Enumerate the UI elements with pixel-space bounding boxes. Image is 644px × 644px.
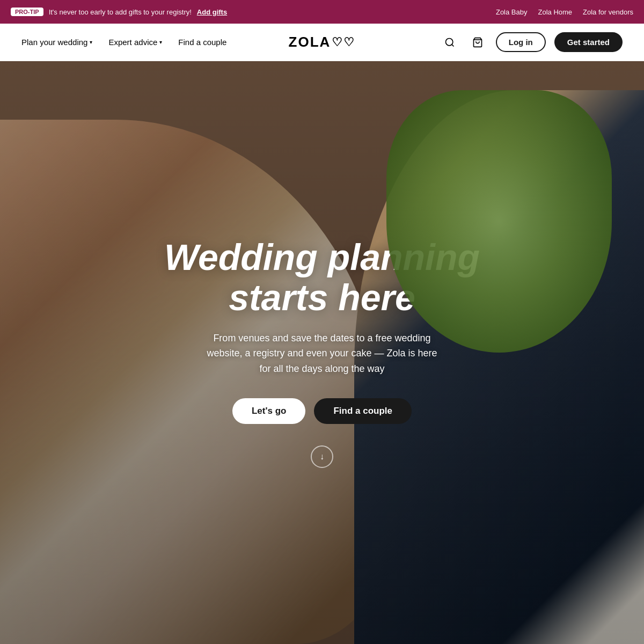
search-button[interactable] [440, 33, 459, 52]
arrow-down-icon: ↓ [320, 452, 324, 462]
zola-home-link[interactable]: Zola Home [538, 8, 572, 16]
svg-point-0 [445, 38, 452, 45]
logo-hearts: ♡♡ [332, 35, 355, 49]
get-started-button[interactable]: Get started [554, 32, 623, 52]
zola-vendors-link[interactable]: Zola for vendors [583, 8, 633, 16]
cart-button[interactable] [468, 33, 487, 52]
chevron-down-icon: ▾ [159, 39, 162, 45]
nav-right: Log in Get started [322, 32, 623, 52]
nav-find-couple[interactable]: Find a couple [178, 38, 226, 47]
navbar: Plan your wedding ▾ Expert advice ▾ Find… [0, 24, 644, 61]
find-couple-button[interactable]: Find a couple [314, 398, 412, 424]
nav-plan-wedding[interactable]: Plan your wedding ▾ [21, 38, 92, 47]
banner-right: Zola Baby Zola Home Zola for vendors [496, 8, 633, 16]
hero-buttons: Let's go Find a couple [232, 398, 412, 424]
pro-tip-badge: Pro-tip [11, 8, 43, 16]
top-banner: Pro-tip It's never too early to add gift… [0, 0, 644, 24]
nav-left: Plan your wedding ▾ Expert advice ▾ Find… [21, 38, 322, 47]
login-button[interactable]: Log in [496, 32, 546, 52]
logo-text: ZOLA [289, 34, 331, 50]
zola-baby-link[interactable]: Zola Baby [496, 8, 528, 16]
zola-logo[interactable]: ZOLA ♡♡ [289, 34, 356, 50]
chevron-down-icon: ▾ [90, 39, 92, 45]
banner-message: It's never too early to add gifts to you… [49, 8, 192, 16]
hero-subtitle: From venues and save the dates to a free… [207, 331, 437, 377]
nav-expert-advice[interactable]: Expert advice ▾ [108, 38, 162, 47]
foliage-decoration [386, 90, 612, 353]
banner-add-gifts-link[interactable]: Add gifts [197, 8, 227, 16]
banner-left: Pro-tip It's never too early to add gift… [11, 8, 227, 16]
lets-go-button[interactable]: Let's go [232, 398, 306, 424]
hero-section: Wedding planning starts here From venues… [0, 61, 644, 644]
scroll-down-button[interactable]: ↓ [311, 445, 333, 468]
